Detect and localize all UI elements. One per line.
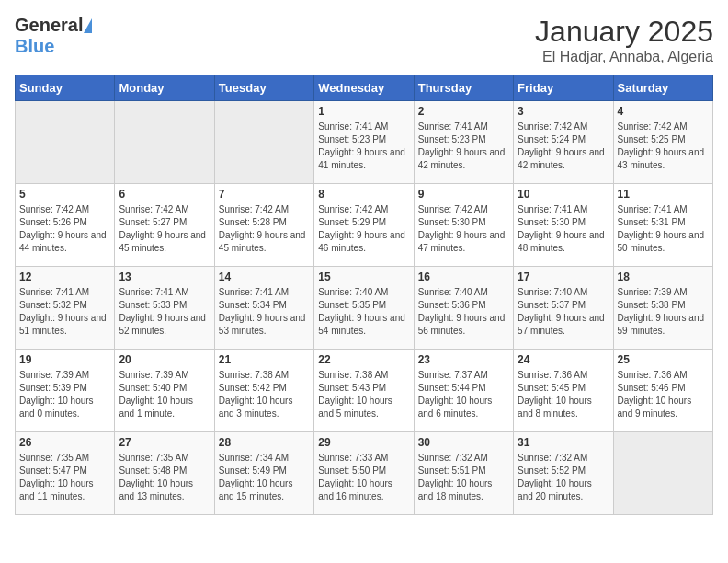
calendar-cell: 9Sunrise: 7:42 AM Sunset: 5:30 PM Daylig… — [414, 184, 513, 267]
cell-daylight-info: Sunrise: 7:42 AM Sunset: 5:29 PM Dayligh… — [318, 203, 409, 255]
calendar-cell: 12Sunrise: 7:41 AM Sunset: 5:32 PM Dayli… — [16, 267, 115, 350]
cell-daylight-info: Sunrise: 7:42 AM Sunset: 5:30 PM Dayligh… — [418, 203, 509, 255]
calendar-cell: 31Sunrise: 7:32 AM Sunset: 5:52 PM Dayli… — [514, 432, 613, 515]
calendar-cell: 14Sunrise: 7:41 AM Sunset: 5:34 PM Dayli… — [214, 267, 313, 350]
cell-daylight-info: Sunrise: 7:42 AM Sunset: 5:24 PM Dayligh… — [518, 121, 609, 172]
cell-daylight-info: Sunrise: 7:33 AM Sunset: 5:50 PM Dayligh… — [318, 452, 409, 503]
day-number: 24 — [518, 353, 609, 366]
calendar-cell: 24Sunrise: 7:36 AM Sunset: 5:45 PM Dayli… — [514, 350, 613, 432]
cell-daylight-info: Sunrise: 7:41 AM Sunset: 5:23 PM Dayligh… — [318, 121, 409, 172]
day-number: 12 — [19, 270, 110, 283]
cell-daylight-info: Sunrise: 7:35 AM Sunset: 5:48 PM Dayligh… — [119, 452, 210, 503]
calendar-week-row: 12Sunrise: 7:41 AM Sunset: 5:32 PM Dayli… — [16, 267, 713, 350]
calendar-subtitle: El Hadjar, Annaba, Algeria — [535, 49, 713, 65]
day-number: 20 — [119, 353, 210, 366]
day-number: 14 — [219, 270, 310, 283]
calendar-cell: 6Sunrise: 7:42 AM Sunset: 5:27 PM Daylig… — [115, 184, 214, 267]
calendar-cell: 4Sunrise: 7:42 AM Sunset: 5:25 PM Daylig… — [613, 101, 712, 184]
calendar-cell: 17Sunrise: 7:40 AM Sunset: 5:37 PM Dayli… — [514, 267, 613, 350]
calendar-cell: 1Sunrise: 7:41 AM Sunset: 5:23 PM Daylig… — [314, 101, 414, 184]
logo-general-text: General — [15, 15, 83, 36]
calendar-cell — [115, 101, 214, 184]
calendar-cell: 15Sunrise: 7:40 AM Sunset: 5:35 PM Dayli… — [314, 267, 414, 350]
logo: General Blue — [15, 15, 92, 57]
calendar-week-row: 5Sunrise: 7:42 AM Sunset: 5:26 PM Daylig… — [16, 184, 713, 267]
day-number: 11 — [618, 188, 709, 201]
cell-daylight-info: Sunrise: 7:39 AM Sunset: 5:40 PM Dayligh… — [119, 369, 210, 420]
header-day-friday: Friday — [514, 75, 613, 101]
calendar-week-row: 26Sunrise: 7:35 AM Sunset: 5:47 PM Dayli… — [16, 432, 713, 515]
header-day-tuesday: Tuesday — [214, 75, 313, 101]
calendar-cell: 29Sunrise: 7:33 AM Sunset: 5:50 PM Dayli… — [314, 432, 414, 515]
day-number: 16 — [418, 270, 509, 283]
day-number: 4 — [618, 105, 709, 118]
cell-daylight-info: Sunrise: 7:40 AM Sunset: 5:36 PM Dayligh… — [418, 286, 509, 338]
cell-daylight-info: Sunrise: 7:40 AM Sunset: 5:35 PM Dayligh… — [318, 286, 409, 338]
cell-daylight-info: Sunrise: 7:41 AM Sunset: 5:30 PM Dayligh… — [518, 203, 609, 255]
day-number: 10 — [518, 188, 609, 201]
header-day-saturday: Saturday — [613, 75, 712, 101]
calendar-cell — [613, 432, 712, 515]
day-number: 19 — [19, 353, 110, 366]
calendar-cell: 16Sunrise: 7:40 AM Sunset: 5:36 PM Dayli… — [414, 267, 513, 350]
calendar-week-row: 19Sunrise: 7:39 AM Sunset: 5:39 PM Dayli… — [16, 350, 713, 432]
cell-daylight-info: Sunrise: 7:41 AM Sunset: 5:31 PM Dayligh… — [618, 203, 709, 255]
cell-daylight-info: Sunrise: 7:36 AM Sunset: 5:45 PM Dayligh… — [518, 369, 609, 420]
day-number: 2 — [418, 105, 509, 118]
calendar-week-row: 1Sunrise: 7:41 AM Sunset: 5:23 PM Daylig… — [16, 101, 713, 184]
day-number: 28 — [219, 436, 310, 449]
calendar-cell: 22Sunrise: 7:38 AM Sunset: 5:43 PM Dayli… — [314, 350, 414, 432]
day-number: 25 — [618, 353, 709, 366]
calendar-title-block: January 2025 El Hadjar, Annaba, Algeria — [535, 15, 713, 65]
header-day-monday: Monday — [115, 75, 214, 101]
day-number: 3 — [518, 105, 609, 118]
day-number: 18 — [618, 270, 709, 283]
day-number: 26 — [19, 436, 110, 449]
calendar-cell: 28Sunrise: 7:34 AM Sunset: 5:49 PM Dayli… — [214, 432, 313, 515]
calendar-cell: 26Sunrise: 7:35 AM Sunset: 5:47 PM Dayli… — [16, 432, 115, 515]
cell-daylight-info: Sunrise: 7:38 AM Sunset: 5:43 PM Dayligh… — [318, 369, 409, 420]
calendar-cell: 30Sunrise: 7:32 AM Sunset: 5:51 PM Dayli… — [414, 432, 513, 515]
calendar-cell: 7Sunrise: 7:42 AM Sunset: 5:28 PM Daylig… — [214, 184, 313, 267]
calendar-cell: 19Sunrise: 7:39 AM Sunset: 5:39 PM Dayli… — [16, 350, 115, 432]
calendar-cell — [16, 101, 115, 184]
cell-daylight-info: Sunrise: 7:42 AM Sunset: 5:27 PM Dayligh… — [119, 203, 210, 255]
calendar-cell: 2Sunrise: 7:41 AM Sunset: 5:23 PM Daylig… — [414, 101, 513, 184]
day-number: 7 — [219, 188, 310, 201]
calendar-cell: 5Sunrise: 7:42 AM Sunset: 5:26 PM Daylig… — [16, 184, 115, 267]
cell-daylight-info: Sunrise: 7:32 AM Sunset: 5:52 PM Dayligh… — [518, 452, 609, 503]
day-number: 30 — [418, 436, 509, 449]
cell-daylight-info: Sunrise: 7:40 AM Sunset: 5:37 PM Dayligh… — [518, 286, 609, 338]
cell-daylight-info: Sunrise: 7:41 AM Sunset: 5:34 PM Dayligh… — [219, 286, 310, 338]
day-number: 1 — [318, 105, 409, 118]
calendar-cell: 8Sunrise: 7:42 AM Sunset: 5:29 PM Daylig… — [314, 184, 414, 267]
calendar-cell: 3Sunrise: 7:42 AM Sunset: 5:24 PM Daylig… — [514, 101, 613, 184]
logo-blue-text: Blue — [15, 36, 54, 56]
calendar-cell: 23Sunrise: 7:37 AM Sunset: 5:44 PM Dayli… — [414, 350, 513, 432]
calendar-cell: 25Sunrise: 7:36 AM Sunset: 5:46 PM Dayli… — [613, 350, 712, 432]
cell-daylight-info: Sunrise: 7:39 AM Sunset: 5:38 PM Dayligh… — [618, 286, 709, 338]
cell-daylight-info: Sunrise: 7:36 AM Sunset: 5:46 PM Dayligh… — [618, 369, 709, 420]
calendar-cell: 20Sunrise: 7:39 AM Sunset: 5:40 PM Dayli… — [115, 350, 214, 432]
day-number: 9 — [418, 188, 509, 201]
calendar-cell: 11Sunrise: 7:41 AM Sunset: 5:31 PM Dayli… — [613, 184, 712, 267]
calendar-header-row: SundayMondayTuesdayWednesdayThursdayFrid… — [16, 75, 713, 101]
day-number: 29 — [318, 436, 409, 449]
calendar-cell: 18Sunrise: 7:39 AM Sunset: 5:38 PM Dayli… — [613, 267, 712, 350]
cell-daylight-info: Sunrise: 7:41 AM Sunset: 5:23 PM Dayligh… — [418, 121, 509, 172]
calendar-cell: 27Sunrise: 7:35 AM Sunset: 5:48 PM Dayli… — [115, 432, 214, 515]
calendar-cell — [214, 101, 313, 184]
header-day-wednesday: Wednesday — [314, 75, 414, 101]
cell-daylight-info: Sunrise: 7:37 AM Sunset: 5:44 PM Dayligh… — [418, 369, 509, 420]
cell-daylight-info: Sunrise: 7:39 AM Sunset: 5:39 PM Dayligh… — [19, 369, 110, 420]
day-number: 23 — [418, 353, 509, 366]
day-number: 21 — [219, 353, 310, 366]
cell-daylight-info: Sunrise: 7:41 AM Sunset: 5:33 PM Dayligh… — [119, 286, 210, 338]
header-day-sunday: Sunday — [16, 75, 115, 101]
cell-daylight-info: Sunrise: 7:42 AM Sunset: 5:28 PM Dayligh… — [219, 203, 310, 255]
calendar-cell: 21Sunrise: 7:38 AM Sunset: 5:42 PM Dayli… — [214, 350, 313, 432]
cell-daylight-info: Sunrise: 7:35 AM Sunset: 5:47 PM Dayligh… — [19, 452, 110, 503]
logo-arrow-icon — [84, 18, 92, 33]
day-number: 13 — [119, 270, 210, 283]
page-header: General Blue January 2025 El Hadjar, Ann… — [15, 15, 713, 65]
